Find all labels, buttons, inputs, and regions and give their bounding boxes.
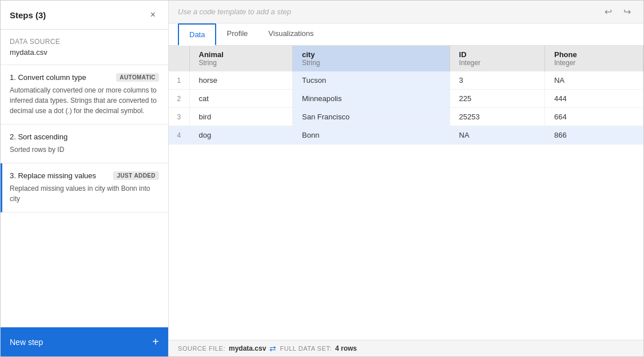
cell-4-id: NA xyxy=(450,126,544,145)
step-3-section[interactable]: 3. Replace missing values JUST ADDED Rep… xyxy=(1,163,168,212)
tab-data[interactable]: Data xyxy=(178,23,216,46)
step-3-row: 3. Replace missing values JUST ADDED xyxy=(10,171,159,180)
new-step-button[interactable]: New step + xyxy=(1,327,168,356)
toolbar: Use a code template to add a step ↩ ↪ xyxy=(169,1,643,23)
step-2-row: 2. Sort ascending xyxy=(10,133,159,141)
toolbar-placeholder: Use a code template to add a step xyxy=(178,7,291,16)
col-type-id: Integer xyxy=(459,59,535,67)
cell-2-phone: 444 xyxy=(544,90,643,108)
col-header-id[interactable]: ID Integer xyxy=(450,46,544,71)
step-1-name: 1. Convert column type xyxy=(10,73,86,82)
col-name-animal: Animal xyxy=(199,50,284,59)
cell-3-animal: bird xyxy=(189,108,293,126)
col-name-id: ID xyxy=(459,50,535,59)
dataset-label: FULL DATA SET: xyxy=(280,345,332,352)
step-1-section[interactable]: 1. Convert column type AUTOMATIC Automat… xyxy=(1,65,168,125)
cell-4-phone: 866 xyxy=(544,126,643,145)
cell-4-city: Bonn xyxy=(293,126,450,145)
close-button[interactable]: × xyxy=(147,9,159,21)
step-1-row: 1. Convert column type AUTOMATIC xyxy=(10,73,159,82)
col-name-city: city xyxy=(302,50,440,59)
source-label: SOURCE FILE: xyxy=(178,345,225,352)
cell-3-id: 25253 xyxy=(450,108,544,126)
col-type-phone: Integer xyxy=(554,59,634,67)
sidebar-content: Data Source mydata.csv 1. Convert column… xyxy=(1,30,168,327)
tab-visualizations[interactable]: Visualizations xyxy=(258,23,324,46)
col-name-phone: Phone xyxy=(554,50,634,59)
data-table: Animal String city String ID Integer P xyxy=(169,46,643,145)
row-num-2: 2 xyxy=(169,90,189,108)
data-source-section: Data Source mydata.csv xyxy=(1,30,168,65)
step-2-description: Sorted rows by ID xyxy=(10,145,159,155)
step-2-name: 2. Sort ascending xyxy=(10,133,67,141)
tab-profile[interactable]: Profile xyxy=(216,23,258,46)
cell-2-city: Minneapolis xyxy=(293,90,450,108)
cell-1-city: Tucson xyxy=(293,71,450,90)
col-header-animal[interactable]: Animal String xyxy=(189,46,293,71)
data-content: Animal String city String ID Integer P xyxy=(169,46,643,340)
step-1-badge: AUTOMATIC xyxy=(116,73,159,82)
table-header-row: Animal String city String ID Integer P xyxy=(169,46,643,71)
cell-2-id: 225 xyxy=(450,90,544,108)
plus-icon: + xyxy=(152,335,159,348)
row-num-4: 4 xyxy=(169,126,189,145)
col-header-phone[interactable]: Phone Integer xyxy=(544,46,643,71)
undo-button[interactable]: ↩ xyxy=(601,5,615,18)
cell-1-id: 3 xyxy=(450,71,544,90)
cell-1-phone: NA xyxy=(544,71,643,90)
cell-3-city: San Francisco xyxy=(293,108,450,126)
col-type-city: String xyxy=(302,59,440,67)
row-num-3: 3 xyxy=(169,108,189,126)
table-body: 1 horse Tucson 3 NA 2 cat Minneapolis 22… xyxy=(169,71,643,145)
row-num-1: 1 xyxy=(169,71,189,90)
dataset-value: 4 rows xyxy=(335,344,357,352)
cell-4-animal: dog xyxy=(189,126,293,145)
cell-2-animal: cat xyxy=(189,90,293,108)
table-row: 1 horse Tucson 3 NA xyxy=(169,71,643,90)
row-num-header xyxy=(169,46,189,71)
step-2-section[interactable]: 2. Sort ascending Sorted rows by ID xyxy=(1,125,168,163)
step-1-description: Automatically converted one or more colu… xyxy=(10,85,159,116)
step-3-name: 3. Replace missing values xyxy=(10,171,96,180)
sidebar-header: Steps (3) × xyxy=(1,1,168,30)
table-row: 2 cat Minneapolis 225 444 xyxy=(169,90,643,108)
data-source-filename: mydata.csv xyxy=(10,48,159,57)
app-container: Steps (3) × Data Source mydata.csv 1. Co… xyxy=(1,1,643,356)
new-step-label: New step xyxy=(10,338,43,347)
status-bar: SOURCE FILE: mydata.csv ⇄ FULL DATA SET:… xyxy=(169,340,643,356)
source-value: mydata.csv xyxy=(229,344,266,352)
undo-icon: ↩ xyxy=(605,7,612,17)
redo-icon: ↪ xyxy=(623,7,631,17)
table-row: 4 dog Bonn NA 866 xyxy=(169,126,643,145)
data-source-label: Data Source xyxy=(10,38,159,46)
cell-1-animal: horse xyxy=(189,71,293,90)
table-row: 3 bird San Francisco 25253 664 xyxy=(169,108,643,126)
tabs: Data Profile Visualizations xyxy=(169,23,643,46)
cell-3-phone: 664 xyxy=(544,108,643,126)
main-area: Use a code template to add a step ↩ ↪ Da… xyxy=(169,1,643,356)
sync-icon: ⇄ xyxy=(269,344,276,353)
sidebar: Steps (3) × Data Source mydata.csv 1. Co… xyxy=(1,1,169,356)
col-type-animal: String xyxy=(199,59,284,67)
sidebar-title: Steps (3) xyxy=(10,10,46,20)
col-header-city[interactable]: city String xyxy=(293,46,450,71)
step-3-description: Replaced missing values in city with Bon… xyxy=(10,183,159,204)
step-3-badge: JUST ADDED xyxy=(113,171,159,180)
redo-button[interactable]: ↪ xyxy=(620,5,634,18)
toolbar-actions: ↩ ↪ xyxy=(601,5,634,18)
